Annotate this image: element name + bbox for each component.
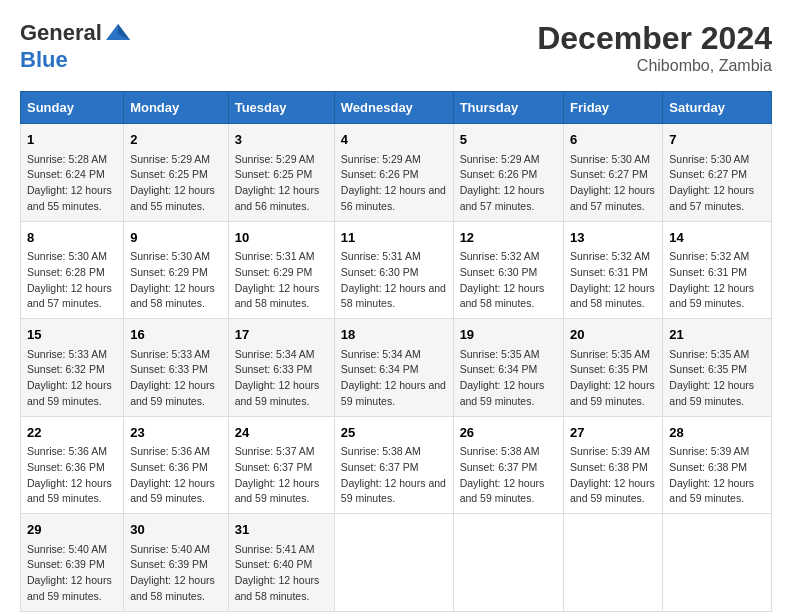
day-number: 16 — [130, 325, 222, 345]
day-number: 6 — [570, 130, 656, 150]
calendar-cell: 17Sunrise: 5:34 AMSunset: 6:33 PMDayligh… — [228, 319, 334, 417]
day-info: Sunrise: 5:37 AMSunset: 6:37 PMDaylight:… — [235, 444, 328, 507]
day-number: 12 — [460, 228, 557, 248]
day-number: 26 — [460, 423, 557, 443]
day-info: Sunrise: 5:40 AMSunset: 6:39 PMDaylight:… — [130, 542, 222, 605]
day-info: Sunrise: 5:29 AMSunset: 6:25 PMDaylight:… — [130, 152, 222, 215]
calendar-cell: 13Sunrise: 5:32 AMSunset: 6:31 PMDayligh… — [564, 221, 663, 319]
day-number: 7 — [669, 130, 765, 150]
calendar-cell: 10Sunrise: 5:31 AMSunset: 6:29 PMDayligh… — [228, 221, 334, 319]
day-number: 15 — [27, 325, 117, 345]
calendar-cell: 9Sunrise: 5:30 AMSunset: 6:29 PMDaylight… — [124, 221, 229, 319]
day-number: 23 — [130, 423, 222, 443]
calendar-cell: 5Sunrise: 5:29 AMSunset: 6:26 PMDaylight… — [453, 124, 563, 222]
day-number: 11 — [341, 228, 447, 248]
calendar-cell: 23Sunrise: 5:36 AMSunset: 6:36 PMDayligh… — [124, 416, 229, 514]
day-number: 30 — [130, 520, 222, 540]
day-info: Sunrise: 5:34 AMSunset: 6:33 PMDaylight:… — [235, 347, 328, 410]
calendar-cell: 15Sunrise: 5:33 AMSunset: 6:32 PMDayligh… — [21, 319, 124, 417]
day-number: 17 — [235, 325, 328, 345]
day-info: Sunrise: 5:32 AMSunset: 6:30 PMDaylight:… — [460, 249, 557, 312]
calendar-cell: 21Sunrise: 5:35 AMSunset: 6:35 PMDayligh… — [663, 319, 772, 417]
day-info: Sunrise: 5:30 AMSunset: 6:27 PMDaylight:… — [669, 152, 765, 215]
calendar-cell — [564, 514, 663, 612]
day-info: Sunrise: 5:32 AMSunset: 6:31 PMDaylight:… — [570, 249, 656, 312]
day-info: Sunrise: 5:35 AMSunset: 6:34 PMDaylight:… — [460, 347, 557, 410]
calendar-cell: 28Sunrise: 5:39 AMSunset: 6:38 PMDayligh… — [663, 416, 772, 514]
col-friday: Friday — [564, 92, 663, 124]
logo-blue-text: Blue — [20, 48, 132, 72]
calendar-cell: 2Sunrise: 5:29 AMSunset: 6:25 PMDaylight… — [124, 124, 229, 222]
calendar-cell: 24Sunrise: 5:37 AMSunset: 6:37 PMDayligh… — [228, 416, 334, 514]
day-number: 3 — [235, 130, 328, 150]
day-number: 10 — [235, 228, 328, 248]
col-saturday: Saturday — [663, 92, 772, 124]
day-number: 20 — [570, 325, 656, 345]
day-info: Sunrise: 5:29 AMSunset: 6:26 PMDaylight:… — [460, 152, 557, 215]
day-info: Sunrise: 5:30 AMSunset: 6:28 PMDaylight:… — [27, 249, 117, 312]
calendar-cell — [334, 514, 453, 612]
calendar-cell: 14Sunrise: 5:32 AMSunset: 6:31 PMDayligh… — [663, 221, 772, 319]
day-number: 2 — [130, 130, 222, 150]
day-info: Sunrise: 5:40 AMSunset: 6:39 PMDaylight:… — [27, 542, 117, 605]
day-number: 27 — [570, 423, 656, 443]
calendar-cell: 22Sunrise: 5:36 AMSunset: 6:36 PMDayligh… — [21, 416, 124, 514]
day-info: Sunrise: 5:31 AMSunset: 6:30 PMDaylight:… — [341, 249, 447, 312]
calendar-cell: 7Sunrise: 5:30 AMSunset: 6:27 PMDaylight… — [663, 124, 772, 222]
day-info: Sunrise: 5:38 AMSunset: 6:37 PMDaylight:… — [460, 444, 557, 507]
day-number: 21 — [669, 325, 765, 345]
day-number: 1 — [27, 130, 117, 150]
day-info: Sunrise: 5:31 AMSunset: 6:29 PMDaylight:… — [235, 249, 328, 312]
day-info: Sunrise: 5:35 AMSunset: 6:35 PMDaylight:… — [669, 347, 765, 410]
day-info: Sunrise: 5:28 AMSunset: 6:24 PMDaylight:… — [27, 152, 117, 215]
day-info: Sunrise: 5:30 AMSunset: 6:29 PMDaylight:… — [130, 249, 222, 312]
logo: General Blue — [20, 20, 132, 72]
day-info: Sunrise: 5:36 AMSunset: 6:36 PMDaylight:… — [130, 444, 222, 507]
logo-icon — [104, 20, 132, 48]
day-number: 19 — [460, 325, 557, 345]
calendar-header-row: Sunday Monday Tuesday Wednesday Thursday… — [21, 92, 772, 124]
day-number: 5 — [460, 130, 557, 150]
day-number: 31 — [235, 520, 328, 540]
calendar-cell: 19Sunrise: 5:35 AMSunset: 6:34 PMDayligh… — [453, 319, 563, 417]
day-info: Sunrise: 5:41 AMSunset: 6:40 PMDaylight:… — [235, 542, 328, 605]
calendar-cell: 8Sunrise: 5:30 AMSunset: 6:28 PMDaylight… — [21, 221, 124, 319]
day-number: 8 — [27, 228, 117, 248]
calendar-cell: 31Sunrise: 5:41 AMSunset: 6:40 PMDayligh… — [228, 514, 334, 612]
calendar-cell: 16Sunrise: 5:33 AMSunset: 6:33 PMDayligh… — [124, 319, 229, 417]
calendar-cell: 20Sunrise: 5:35 AMSunset: 6:35 PMDayligh… — [564, 319, 663, 417]
calendar-cell: 26Sunrise: 5:38 AMSunset: 6:37 PMDayligh… — [453, 416, 563, 514]
logo-text: General — [20, 20, 132, 45]
calendar-cell: 25Sunrise: 5:38 AMSunset: 6:37 PMDayligh… — [334, 416, 453, 514]
day-number: 4 — [341, 130, 447, 150]
calendar-cell: 12Sunrise: 5:32 AMSunset: 6:30 PMDayligh… — [453, 221, 563, 319]
calendar-week-row: 22Sunrise: 5:36 AMSunset: 6:36 PMDayligh… — [21, 416, 772, 514]
calendar-cell: 6Sunrise: 5:30 AMSunset: 6:27 PMDaylight… — [564, 124, 663, 222]
col-thursday: Thursday — [453, 92, 563, 124]
calendar-table: Sunday Monday Tuesday Wednesday Thursday… — [20, 91, 772, 612]
day-number: 22 — [27, 423, 117, 443]
calendar-cell: 30Sunrise: 5:40 AMSunset: 6:39 PMDayligh… — [124, 514, 229, 612]
calendar-cell: 11Sunrise: 5:31 AMSunset: 6:30 PMDayligh… — [334, 221, 453, 319]
page-header: General Blue December 2024 Chibombo, Zam… — [20, 20, 772, 75]
day-info: Sunrise: 5:34 AMSunset: 6:34 PMDaylight:… — [341, 347, 447, 410]
day-info: Sunrise: 5:36 AMSunset: 6:36 PMDaylight:… — [27, 444, 117, 507]
calendar-cell: 1Sunrise: 5:28 AMSunset: 6:24 PMDaylight… — [21, 124, 124, 222]
month-title: December 2024 — [537, 20, 772, 57]
col-tuesday: Tuesday — [228, 92, 334, 124]
calendar-cell: 29Sunrise: 5:40 AMSunset: 6:39 PMDayligh… — [21, 514, 124, 612]
calendar-cell: 3Sunrise: 5:29 AMSunset: 6:25 PMDaylight… — [228, 124, 334, 222]
day-info: Sunrise: 5:38 AMSunset: 6:37 PMDaylight:… — [341, 444, 447, 507]
day-info: Sunrise: 5:29 AMSunset: 6:25 PMDaylight:… — [235, 152, 328, 215]
day-number: 29 — [27, 520, 117, 540]
day-number: 18 — [341, 325, 447, 345]
day-info: Sunrise: 5:39 AMSunset: 6:38 PMDaylight:… — [570, 444, 656, 507]
calendar-cell: 27Sunrise: 5:39 AMSunset: 6:38 PMDayligh… — [564, 416, 663, 514]
day-info: Sunrise: 5:39 AMSunset: 6:38 PMDaylight:… — [669, 444, 765, 507]
day-number: 25 — [341, 423, 447, 443]
location-title: Chibombo, Zambia — [537, 57, 772, 75]
calendar-week-row: 15Sunrise: 5:33 AMSunset: 6:32 PMDayligh… — [21, 319, 772, 417]
calendar-week-row: 1Sunrise: 5:28 AMSunset: 6:24 PMDaylight… — [21, 124, 772, 222]
calendar-week-row: 8Sunrise: 5:30 AMSunset: 6:28 PMDaylight… — [21, 221, 772, 319]
day-number: 24 — [235, 423, 328, 443]
